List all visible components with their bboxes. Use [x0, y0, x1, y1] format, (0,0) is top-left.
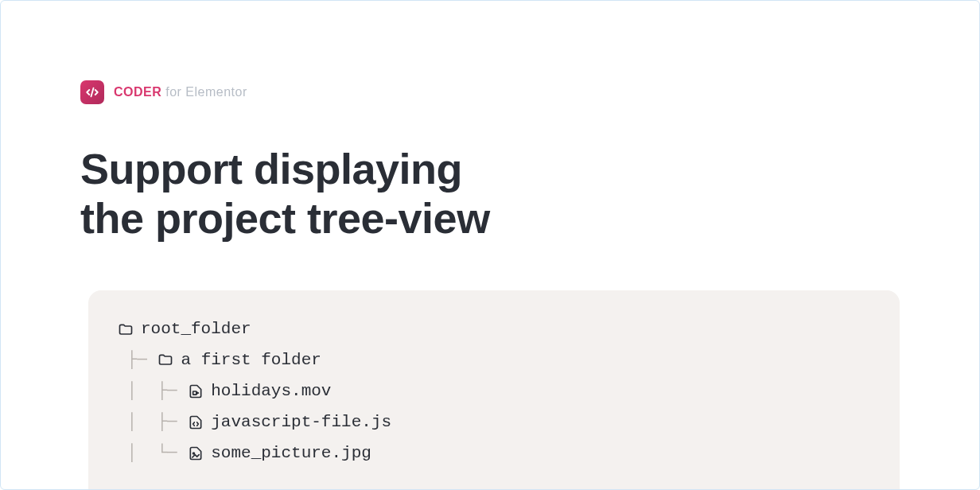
- tree-file-row: │ └─ some_picture.jpg: [117, 438, 871, 469]
- tree-file-row: │ ├─ holidays.mov: [117, 376, 871, 407]
- tree-root-row: root_folder: [117, 314, 871, 345]
- tree-branch-icon: │ ├─: [117, 407, 187, 438]
- heading-line-1: Support displaying: [80, 145, 462, 192]
- tree-view-panel: root_folder ├─ a first folder │ ├─ holid…: [88, 290, 900, 490]
- tree-folder-label: a first folder: [181, 345, 321, 376]
- tree-branch-icon: ├─: [117, 345, 157, 376]
- folder-icon: [157, 352, 174, 368]
- tree-file-label: javascript-file.js: [211, 407, 391, 438]
- tree-branch-icon: │ ├─: [117, 376, 187, 407]
- heading-line-2: the project tree-view: [80, 194, 490, 242]
- brand-coder-label: CODER: [114, 85, 161, 99]
- tree-branch-icon: │ └─: [117, 438, 187, 469]
- tree-file-label: some_picture.jpg: [211, 438, 371, 469]
- tree-file-label: holidays.mov: [211, 376, 331, 407]
- svg-marker-2: [196, 392, 199, 395]
- page-heading: Support displaying the project tree-view: [80, 144, 900, 243]
- video-file-icon: [187, 383, 204, 399]
- tree-file-row: │ ├─ javascript-file.js: [117, 407, 871, 438]
- svg-point-3: [193, 453, 195, 454]
- tree-root-label: root_folder: [141, 314, 251, 345]
- brand-for-label: for Elementor: [161, 85, 247, 99]
- code-file-icon: [187, 414, 204, 430]
- brand-logo-icon: [80, 80, 104, 104]
- brand-row: CODER for Elementor: [80, 80, 900, 104]
- image-file-icon: [187, 445, 204, 461]
- svg-line-0: [91, 88, 94, 97]
- tree-folder-row: ├─ a first folder: [117, 345, 871, 376]
- folder-icon: [117, 322, 134, 338]
- brand-text: CODER for Elementor: [114, 85, 247, 99]
